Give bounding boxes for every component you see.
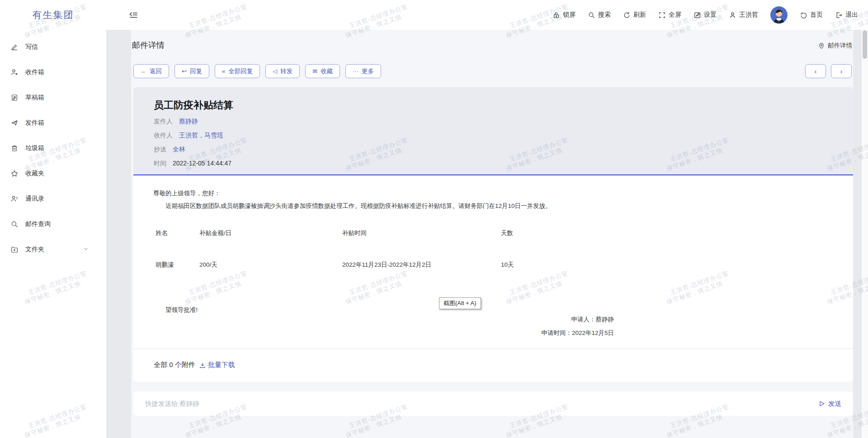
table-header-days: 天数 — [501, 229, 853, 238]
inbox-icon — [10, 68, 19, 76]
more-button[interactable]: ··· 更多 — [345, 64, 381, 78]
user-avatar[interactable] — [770, 6, 788, 24]
next-mail-button[interactable]: › — [831, 64, 852, 78]
quick-send-bar: 发送 — [133, 391, 853, 416]
from-contact[interactable]: 蔡静静 — [179, 116, 198, 126]
user-icon — [729, 11, 736, 19]
mail-signature: 申请人：蔡静静 申请时间：2022年12月5日 — [541, 316, 614, 336]
main-area: 邮件详情 邮件详情 ← 返回 ↩ 回复 « 全部回复 — [106, 30, 868, 438]
more-icon: ··· — [353, 68, 359, 74]
settings-icon — [693, 11, 701, 19]
send-icon — [818, 400, 826, 407]
collapse-sidebar-button[interactable] — [127, 9, 139, 21]
refresh-button[interactable]: 刷新 — [623, 11, 646, 19]
location-pin-icon — [818, 42, 825, 49]
prev-mail-button[interactable]: ‹ — [805, 64, 826, 78]
sidebar-item-contacts[interactable]: 通讯录 — [0, 186, 106, 212]
folder-icon — [10, 245, 19, 254]
forward-icon: ◁ — [273, 68, 277, 74]
forward-button[interactable]: ◁ 转发 — [265, 64, 300, 78]
home-button[interactable]: 首页 — [800, 11, 823, 19]
sent-icon — [10, 119, 19, 127]
home-back-icon — [800, 11, 807, 19]
compose-icon — [10, 43, 19, 51]
scrollbar-thumb[interactable] — [863, 30, 867, 59]
send-button[interactable]: 发送 — [818, 400, 841, 408]
mail-subject: 员工防疫补贴结算 — [154, 99, 833, 112]
topbar-actions: 锁屏 搜索 刷新 全屏 — [552, 0, 858, 30]
to-contacts[interactable]: 王洪哲，马雪瑶 — [179, 130, 223, 140]
sidebar-item-sent[interactable]: 发件箱 — [0, 110, 106, 136]
trash-icon — [10, 144, 19, 152]
batch-download-button[interactable]: 批量下载 — [199, 361, 235, 369]
logout-icon — [835, 11, 843, 19]
mail-detail-panel: 邮件详情 邮件详情 ← 返回 ↩ 回复 « 全部回复 — [131, 30, 853, 438]
mail-app: 有生集团 锁屏 搜索 刷新 — [0, 0, 868, 438]
contacts-icon — [10, 195, 19, 203]
sidebar-item-folders[interactable]: 文件夹 — [0, 237, 106, 262]
sidebar-item-inbox[interactable]: 收件箱 — [0, 60, 106, 85]
sidebar-item-trash[interactable]: 垃圾箱 — [0, 136, 106, 161]
mail-time: 2022-12-05 14:44:47 — [173, 158, 231, 168]
back-icon: ← — [141, 68, 146, 74]
sidebar-item-mail-search[interactable]: 邮件查询 — [0, 212, 106, 237]
table-header-period: 补贴时间 — [342, 229, 501, 238]
mail-pager: ‹ › — [805, 64, 852, 78]
screenshot-tooltip: 截图(Alt + A) — [439, 297, 481, 309]
chevron-right-icon: › — [840, 67, 843, 75]
star-icon — [10, 170, 19, 178]
avatar-photo-icon — [770, 6, 788, 24]
current-user[interactable]: 王洪哲 — [729, 11, 758, 19]
cc-label: 抄送 — [154, 144, 166, 154]
chevron-down-icon[interactable] — [83, 246, 89, 254]
search-button[interactable]: 搜索 — [588, 11, 611, 19]
mail-greeting: 尊敬的上级领导，您好： — [153, 189, 853, 198]
attachments-summary: 全部 0 个附件 — [154, 361, 195, 369]
quick-send-input[interactable] — [145, 400, 818, 407]
table-header-amount: 补贴金额/日 — [199, 229, 342, 238]
search-icon — [588, 11, 595, 19]
mail-closing: 望领导批准! — [165, 306, 853, 315]
mail-search-icon — [10, 220, 19, 228]
sidebar-item-drafts[interactable]: 草稿箱 — [0, 85, 106, 110]
logout-button[interactable]: 退出 — [835, 11, 858, 19]
table-cell-name: 胡鹏濠 — [156, 260, 199, 269]
attachments-bar: 全部 0 个附件 批量下载 — [133, 349, 853, 381]
reply-icon: ↩ — [182, 68, 187, 74]
brand-logo: 有生集团 — [0, 0, 106, 30]
reply-all-icon: « — [222, 68, 225, 74]
apply-date-line: 申请时间：2022年12月5日 — [541, 330, 614, 336]
settings-button[interactable]: 设置 — [693, 11, 717, 19]
breadcrumb: 邮件详情 — [818, 42, 852, 50]
scrollbar-track[interactable] — [861, 30, 868, 438]
table-cell-period: 2022年11月23日-2022年12月2日 — [342, 260, 501, 269]
menu-fold-icon — [127, 9, 139, 21]
mail-card: 员工防疫补贴结算 发件人 蔡静静 收件人 王洪哲，马雪瑶 抄送 全林 时间 — [133, 87, 853, 382]
mail-toolbar: ← 返回 ↩ 回复 « 全部回复 ◁ 转发 ✉ 收藏 — [133, 64, 381, 78]
refresh-icon — [623, 11, 631, 19]
mail-paragraph: 近期福田区数据团队成员胡鹏濠被抽调沙头街道参加疫情数据处理工作。现根据防疫补贴标… — [153, 202, 853, 211]
download-icon — [199, 362, 206, 369]
page-title: 邮件详情 — [132, 40, 165, 51]
lock-screen-button[interactable]: 锁屏 — [552, 11, 576, 19]
applicant-line: 申请人：蔡静静 — [541, 316, 614, 323]
cc-contact[interactable]: 全林 — [173, 144, 185, 154]
table-header-name: 姓名 — [156, 229, 199, 238]
subsidy-table: 姓名 补贴金额/日 补贴时间 天数 胡鹏濠 200/天 2022年11月23日-… — [156, 229, 853, 269]
mail-header: 员工防疫补贴结算 发件人 蔡静静 收件人 王洪哲，马雪瑶 抄送 全林 时间 — [133, 87, 853, 175]
drafts-icon — [10, 94, 19, 102]
table-cell-days: 10天 — [501, 260, 853, 269]
fullscreen-button[interactable]: 全屏 — [658, 11, 681, 19]
sidebar-item-favorites[interactable]: 收藏夹 — [0, 161, 106, 186]
sidebar-item-compose[interactable]: 写信 — [0, 34, 106, 60]
mail-body: 尊敬的上级领导，您好： 近期福田区数据团队成员胡鹏濠被抽调沙头街道参加疫情数据处… — [133, 175, 853, 349]
reply-button[interactable]: ↩ 回复 — [175, 64, 209, 78]
table-cell-amount: 200/天 — [199, 260, 342, 269]
collect-button[interactable]: ✉ 收藏 — [305, 64, 340, 78]
topbar: 有生集团 锁屏 搜索 刷新 — [0, 0, 868, 30]
back-button[interactable]: ← 返回 — [133, 64, 169, 78]
reply-all-button[interactable]: « 全部回复 — [215, 64, 260, 78]
to-label: 收件人 — [154, 130, 173, 140]
fullscreen-icon — [658, 11, 666, 19]
lock-icon — [552, 11, 560, 19]
